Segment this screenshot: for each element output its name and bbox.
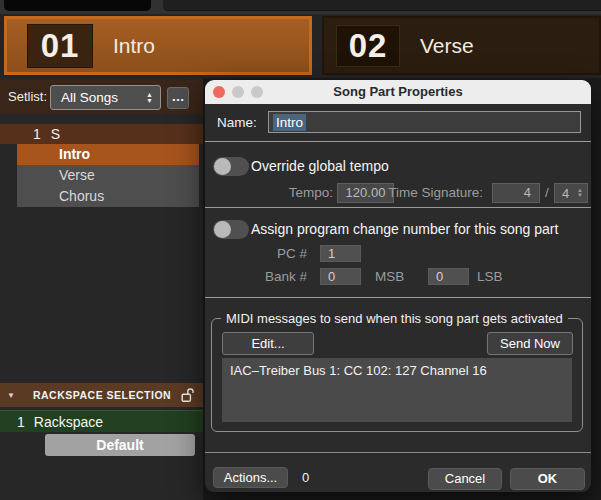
song-part-tile-intro[interactable]: 01 Intro (4, 16, 312, 75)
assign-program-change-label: Assign program change number for this so… (251, 220, 558, 239)
stepper-arrows-icon: ▲▼ (577, 188, 583, 198)
separator (205, 297, 591, 298)
msb-label: MSB (375, 268, 404, 285)
denominator-value: 4 (555, 186, 577, 201)
song-part-number: 02 (336, 25, 400, 67)
variation-item-default[interactable]: Default (45, 434, 195, 456)
actions-button[interactable]: Actions... (213, 467, 288, 488)
setlist-dropdown[interactable]: All Songs ▲▼ (50, 85, 161, 110)
send-now-button[interactable]: Send Now (487, 332, 573, 355)
edit-button[interactable]: Edit... (222, 332, 314, 355)
rackspace-selection-header[interactable]: ▼ RACKSPACE SELECTION (0, 383, 203, 407)
midi-messages-legend: MIDI messages to send when this song par… (221, 311, 568, 326)
name-label: Name: (217, 104, 257, 141)
cancel-button[interactable]: Cancel (428, 468, 502, 490)
setlist-label: Setlist: (8, 80, 47, 114)
top-tab-active[interactable] (4, 0, 151, 11)
unlock-icon[interactable] (181, 388, 194, 403)
dropdown-arrows-icon: ▲▼ (146, 92, 153, 104)
bank-msb-field[interactable]: 0 (320, 268, 361, 285)
zoom-window-icon[interactable] (251, 86, 263, 98)
separator (205, 207, 591, 208)
rackspace-name: Rackspace (34, 414, 103, 430)
song-name: S (51, 126, 60, 142)
override-global-tempo-label: Override global tempo (251, 157, 389, 176)
time-signature-divider: / (545, 183, 549, 203)
song-part-properties-dialog: Song Part Properties Name: Intro Overrid… (205, 80, 591, 492)
name-input[interactable]: Intro (268, 111, 581, 133)
separator (205, 452, 591, 453)
song-list-item[interactable]: 1 S (0, 124, 203, 144)
ok-button[interactable]: OK (510, 468, 585, 490)
assign-program-change-toggle[interactable] (213, 220, 249, 239)
bank-lsb-field[interactable]: 0 (428, 268, 469, 285)
top-tab-panel[interactable] (163, 0, 601, 11)
override-global-tempo-toggle[interactable] (213, 157, 249, 176)
songs-sidebar: Setlist: All Songs ▲▼ … 1 S Intro Verse … (0, 78, 203, 500)
toggle-knob (214, 221, 231, 238)
song-part-number: 01 (27, 24, 93, 68)
song-part-name: Intro (113, 34, 155, 58)
midi-message-item[interactable]: IAC–Treiber Bus 1: CC 102: 127 Channel 1… (222, 358, 572, 378)
top-bar (0, 0, 601, 14)
part-list-item-chorus[interactable]: Chorus (17, 186, 199, 207)
song-parts-strip: 01 Intro 02 Verse (0, 14, 601, 78)
disclosure-triangle-icon[interactable]: ▼ (7, 391, 15, 400)
actions-count: 0 (302, 467, 309, 488)
setlist-more-button[interactable]: … (167, 87, 189, 109)
song-part-tile-verse[interactable]: 02 Verse (322, 16, 601, 75)
part-list-item-verse[interactable]: Verse (17, 165, 199, 186)
tempo-label: Tempo: (245, 183, 333, 203)
toggle-knob (214, 158, 231, 175)
dialog-title-bar[interactable]: Song Part Properties (205, 80, 591, 104)
midi-message-list[interactable]: IAC–Treiber Bus 1: CC 102: 127 Channel 1… (222, 358, 572, 422)
setlist-bar: Setlist: All Songs ▲▼ … (0, 80, 203, 114)
rackspace-list-item[interactable]: 1 Rackspace (0, 410, 203, 432)
rackspace-header-title: RACKSPACE SELECTION (33, 389, 181, 401)
time-signature-label: Time Signature: (353, 183, 483, 203)
pc-number-label: PC # (245, 245, 307, 262)
name-value-selected-text: Intro (273, 114, 306, 131)
close-window-icon[interactable] (213, 86, 225, 98)
pc-number-field[interactable]: 1 (320, 245, 361, 262)
lsb-label: LSB (477, 268, 503, 285)
rackspace-index: 1 (17, 414, 25, 430)
time-signature-numerator-field[interactable]: 4 (492, 183, 540, 203)
song-index: 1 (33, 126, 41, 142)
minimize-window-icon[interactable] (232, 86, 244, 98)
setlist-value: All Songs (51, 90, 146, 105)
separator (205, 141, 591, 142)
time-signature-denominator-select[interactable]: 4 ▲▼ (554, 183, 588, 203)
song-part-name: Verse (420, 34, 474, 58)
song-parts-list: Intro Verse Chorus (17, 144, 199, 207)
bank-number-label: Bank # (245, 268, 307, 285)
part-list-item-intro[interactable]: Intro (17, 144, 199, 165)
